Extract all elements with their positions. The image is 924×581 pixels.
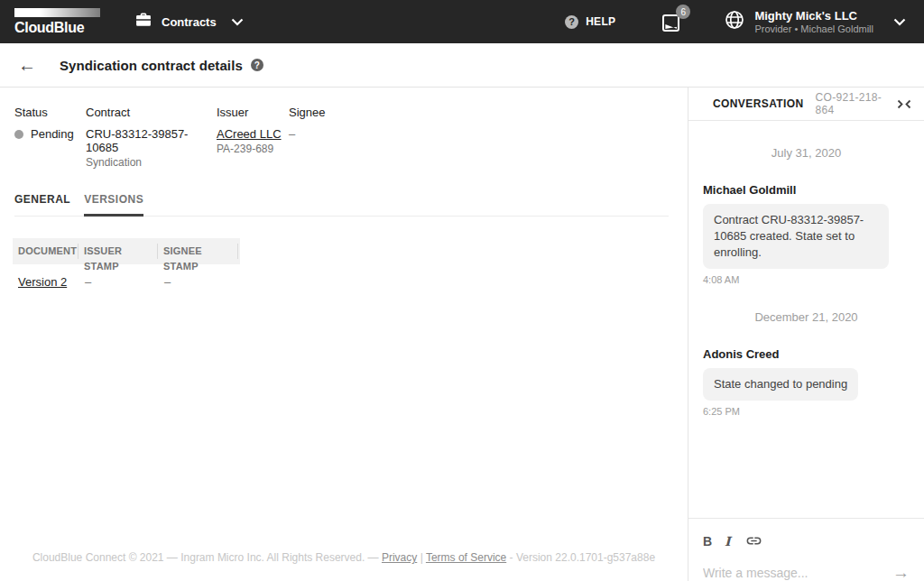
logo-text: CloudBlue <box>14 20 100 35</box>
conversation-id: CO-921-218-864 <box>816 91 897 116</box>
versions-table: DOCUMENT ISSUER STAMP SIGNEE STAMP Versi… <box>13 238 240 289</box>
notifications-icon <box>662 14 679 32</box>
tab-general[interactable]: GENERAL <box>14 193 70 216</box>
message: Michael Goldmill Contract CRU-83312-3985… <box>703 183 910 285</box>
notifications-button[interactable]: 6 <box>662 10 686 33</box>
issuer-link[interactable]: ACreed LLC <box>217 127 282 141</box>
bold-icon[interactable]: B <box>703 534 725 549</box>
italic-icon[interactable]: I <box>725 534 745 549</box>
send-message-icon[interactable]: → <box>892 564 910 581</box>
account-menu[interactable]: Mighty Mick's LLC Provider • Michael Gol… <box>724 9 906 35</box>
logo-gradient-bar <box>14 8 100 17</box>
message-time: 6:25 PM <box>703 406 910 417</box>
privacy-link[interactable]: Privacy <box>382 551 417 564</box>
conversation-panel: CONVERSATION CO-921-218-864 July 31, 202… <box>688 88 924 581</box>
collapse-panel-icon[interactable] <box>897 99 911 109</box>
message-sender: Adonis Creed <box>703 347 910 361</box>
briefcase-icon <box>134 11 152 32</box>
message-composer: B I → <box>688 518 924 581</box>
message-bubble: Contract CRU-83312-39857-10685 created. … <box>703 204 889 269</box>
status-value: Pending <box>14 127 86 141</box>
page-title: Syndication contract details <box>60 58 243 73</box>
message: Adonis Creed State changed to pending 6:… <box>703 347 910 417</box>
tab-bar: GENERAL VERSIONS <box>14 193 669 217</box>
account-subtitle: Provider • Michael Goldmill <box>754 23 873 35</box>
footer-version: - Version 22.0.1701-g537a88e <box>510 551 655 564</box>
footer-separator: | <box>420 551 423 564</box>
footer: CloudBlue Connect © 2021 — Ingram Micro … <box>0 551 688 564</box>
help-icon: ? <box>565 15 578 29</box>
contract-type: Syndication <box>86 156 217 169</box>
message-time: 4:08 AM <box>703 274 910 285</box>
page-title-help-icon[interactable]: ? <box>251 59 263 71</box>
main-content: Status Pending Contract CRU-83312-39857-… <box>0 88 688 581</box>
globe-icon <box>724 9 745 34</box>
signee-label: Signee <box>289 106 325 119</box>
issuer-id: PA-239-689 <box>217 143 289 155</box>
contract-details-summary: Status Pending Contract CRU-83312-39857-… <box>0 88 688 169</box>
conversation-header: CONVERSATION CO-921-218-864 <box>688 88 924 121</box>
footer-text: CloudBlue Connect © 2021 — Ingram Micro … <box>32 551 379 564</box>
account-name: Mighty Mick's LLC <box>754 9 873 23</box>
column-header-signee-stamp: SIGNEE STAMP <box>158 244 238 259</box>
terms-link[interactable]: Terms of Service <box>426 551 506 564</box>
message-bubble: State changed to pending <box>703 368 858 401</box>
contracts-menu-label: Contracts <box>162 15 217 29</box>
table-row: Version 2 – – <box>13 275 240 289</box>
table-header: DOCUMENT ISSUER STAMP SIGNEE STAMP <box>13 238 240 264</box>
help-button[interactable]: ? HELP <box>565 15 615 29</box>
column-header-issuer-stamp: ISSUER STAMP <box>79 244 158 259</box>
conversation-messages: July 31, 2020 Michael Goldmill Contract … <box>688 121 924 518</box>
composer-toolbar: B I <box>703 532 910 549</box>
contracts-menu[interactable]: Contracts <box>134 11 244 32</box>
message-input[interactable] <box>703 566 885 580</box>
contract-id: CRU-83312-39857-10685 <box>86 127 217 154</box>
issuer-label: Issuer <box>217 106 289 119</box>
conversation-title: CONVERSATION <box>713 97 804 110</box>
issuer-stamp-value: – <box>79 275 159 289</box>
top-app-bar: CloudBlue Contracts ? HELP 6 Mighty Mick… <box>0 0 924 43</box>
message-sender: Michael Goldmill <box>703 183 910 197</box>
help-label: HELP <box>586 15 615 28</box>
date-separator: December 21, 2020 <box>703 310 910 324</box>
back-arrow-icon[interactable]: ← <box>18 56 36 74</box>
signee-value: – <box>289 127 325 141</box>
status-dot-icon <box>14 130 23 139</box>
status-label: Status <box>14 106 86 119</box>
signee-stamp-value: – <box>159 275 239 289</box>
cloudblue-logo[interactable]: CloudBlue <box>14 8 100 35</box>
insert-link-icon[interactable] <box>745 532 762 549</box>
date-separator: July 31, 2020 <box>703 146 910 160</box>
contract-label: Contract <box>86 106 217 119</box>
version-link[interactable]: Version 2 <box>18 275 67 289</box>
chevron-down-icon <box>231 14 244 30</box>
notifications-badge: 6 <box>676 5 690 19</box>
page-header: ← Syndication contract details ? <box>0 43 924 88</box>
chevron-down-icon <box>893 14 906 30</box>
tab-versions[interactable]: VERSIONS <box>84 193 143 216</box>
column-header-document: DOCUMENT <box>13 244 79 259</box>
